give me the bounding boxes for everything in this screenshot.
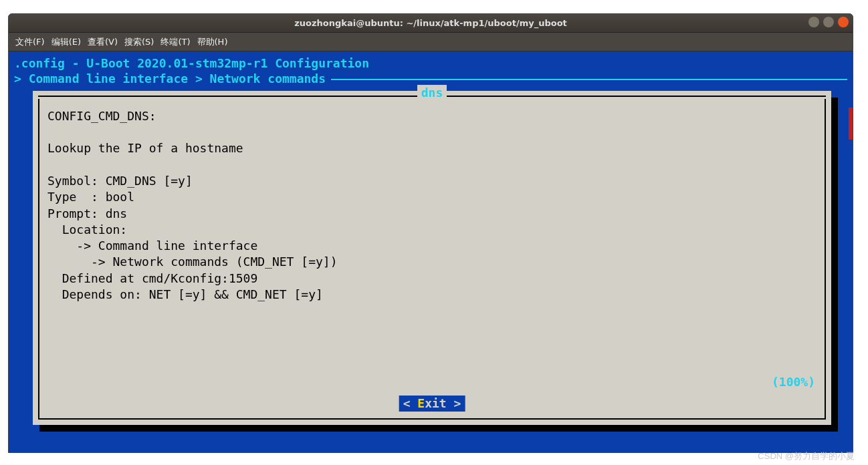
menu-view[interactable]: 查看(V)	[88, 36, 118, 48]
terminal-viewport[interactable]: .config - U-Boot 2020.01-stm32mp-r1 Conf…	[9, 51, 853, 452]
maximize-icon[interactable]	[823, 17, 834, 27]
menu-edit[interactable]: 编辑(E)	[51, 36, 81, 48]
titlebar: zuozhongkai@ubuntu: ~/linux/atk-mp1/uboo…	[9, 14, 853, 33]
dialog-inner: CONFIG_CMD_DNS: Lookup the IP of a hostn…	[38, 99, 826, 420]
help-dialog-wrap: dns CONFIG_CMD_DNS: Lookup the IP of a h…	[33, 91, 831, 425]
menu-help[interactable]: 帮助(H)	[197, 36, 228, 48]
window-controls	[808, 17, 849, 27]
exit-button[interactable]: < Exit >	[399, 396, 465, 411]
minimize-icon[interactable]	[808, 17, 819, 27]
breadcrumb-text: > Command line interface > Network comma…	[14, 71, 326, 86]
window-title: zuozhongkai@ubuntu: ~/linux/atk-mp1/uboo…	[9, 18, 853, 28]
menu-file[interactable]: 文件(F)	[15, 36, 45, 48]
watermark: CSDN @努力自学的小夏	[758, 450, 855, 462]
help-dialog: dns CONFIG_CMD_DNS: Lookup the IP of a h…	[33, 91, 831, 425]
scroll-percent: (100%)	[772, 374, 815, 390]
config-title: .config - U-Boot 2020.01-stm32mp-r1 Conf…	[14, 55, 847, 71]
menubar: 文件(F) 编辑(E) 查看(V) 搜索(S) 终端(T) 帮助(H)	[9, 33, 853, 51]
menu-search[interactable]: 搜索(S)	[124, 36, 154, 48]
exit-hotkey: E	[417, 396, 425, 410]
dialog-title: dns	[417, 85, 447, 100]
menu-terminal[interactable]: 终端(T)	[160, 36, 190, 48]
scrollbar-marker	[849, 108, 853, 140]
help-content: CONFIG_CMD_DNS: Lookup the IP of a hostn…	[47, 108, 817, 303]
breadcrumb-rule	[331, 79, 847, 80]
terminal-window: zuozhongkai@ubuntu: ~/linux/atk-mp1/uboo…	[8, 13, 853, 453]
close-icon[interactable]	[838, 17, 849, 27]
